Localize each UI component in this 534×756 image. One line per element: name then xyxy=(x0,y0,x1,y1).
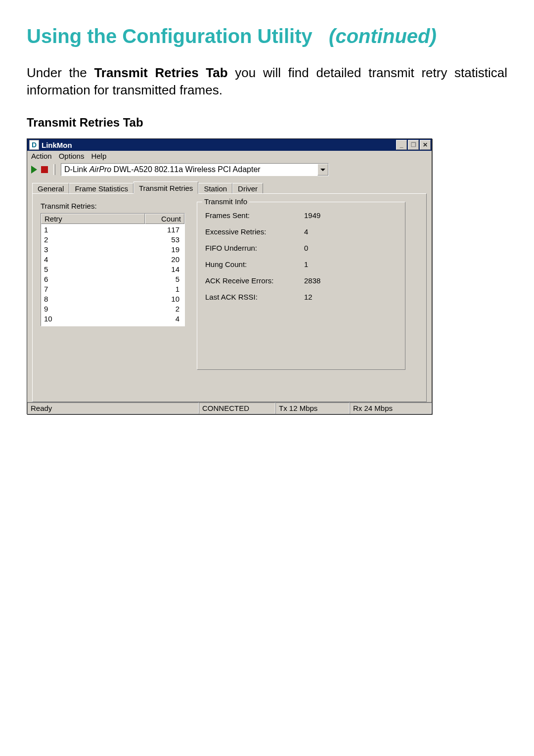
retry-cell: 8 xyxy=(41,294,146,304)
retries-rows: 1117253319420514657181092104 xyxy=(41,224,184,326)
retries-panel: Transmit Retries: Retry Count 1117253319… xyxy=(41,202,185,326)
table-row[interactable]: 253 xyxy=(41,235,184,245)
col-retry[interactable]: Retry xyxy=(41,214,145,224)
retry-cell: 1 xyxy=(41,225,146,235)
retries-label: Transmit Retries: xyxy=(41,202,185,210)
page-title: Using the Configuration Utility (continu… xyxy=(27,25,507,47)
ack-recv-err-label: ACK Receive Errors: xyxy=(205,276,304,285)
page-title-continued: (continued) xyxy=(329,25,437,47)
hung-count-label: Hung Count: xyxy=(205,260,304,268)
menubar: Action Options Help xyxy=(27,151,432,161)
ack-recv-err-value: 2838 xyxy=(304,276,354,285)
retries-list[interactable]: Retry Count 1117253319420514657181092104 xyxy=(41,213,185,326)
info-fifo-underrun: FIFO Underrun: 0 xyxy=(205,244,397,252)
count-cell: 10 xyxy=(146,294,185,304)
play-icon[interactable] xyxy=(31,166,37,174)
col-count[interactable]: Count xyxy=(145,214,184,224)
table-row[interactable]: 92 xyxy=(41,304,184,314)
info-ack-receive-errors: ACK Receive Errors: 2838 xyxy=(205,276,397,285)
transmit-info-legend: Transmit Info xyxy=(202,197,249,206)
tab-station[interactable]: Station xyxy=(198,183,232,194)
retry-cell: 9 xyxy=(41,304,146,314)
excessive-retries-label: Excessive Retries: xyxy=(205,227,304,236)
fifo-underrun-value: 0 xyxy=(304,244,354,252)
table-row[interactable]: 71 xyxy=(41,284,184,294)
transmit-info-rows: Frames Sent: 1949 Excessive Retries: 4 F… xyxy=(205,211,397,301)
tab-general[interactable]: General xyxy=(32,183,69,194)
intro-pre: Under the xyxy=(27,65,94,80)
last-ack-rssi-value: 12 xyxy=(304,293,354,301)
count-cell: 2 xyxy=(146,304,185,314)
count-cell: 117 xyxy=(146,225,185,235)
stop-icon[interactable] xyxy=(41,166,48,173)
tab-transmit-retries[interactable]: Transmit Retries xyxy=(134,181,198,194)
adapter-suffix: DWL-A520 802.11a Wireless PCI Adapter xyxy=(111,165,260,174)
titlebar: D LinkMon _ ❐ ✕ xyxy=(27,139,432,151)
retry-cell: 7 xyxy=(41,284,146,294)
restore-button[interactable]: ❐ xyxy=(408,140,419,150)
retry-cell: 4 xyxy=(41,255,146,265)
tab-control: General Frame Statistics Transmit Retrie… xyxy=(32,181,427,402)
menu-help[interactable]: Help xyxy=(91,152,106,160)
adapter-prefix: D-Link xyxy=(64,165,89,174)
linkmon-window: D LinkMon _ ❐ ✕ Action Options Help D-Li… xyxy=(27,138,432,414)
subheading: Transmit Retries Tab xyxy=(27,116,507,130)
table-row[interactable]: 420 xyxy=(41,255,184,265)
info-frames-sent: Frames Sent: 1949 xyxy=(205,211,397,220)
retry-cell: 10 xyxy=(41,314,146,324)
table-row[interactable]: 104 xyxy=(41,314,184,324)
retry-cell: 2 xyxy=(41,235,146,245)
close-button[interactable]: ✕ xyxy=(420,140,431,150)
retries-list-headers: Retry Count xyxy=(41,214,184,224)
adapter-italic: AirPro xyxy=(89,165,111,174)
table-row[interactable]: 319 xyxy=(41,245,184,255)
toolbar-separator xyxy=(53,164,55,175)
tab-driver[interactable]: Driver xyxy=(232,183,263,194)
frames-sent-value: 1949 xyxy=(304,211,354,220)
tab-frame-statistics[interactable]: Frame Statistics xyxy=(69,183,134,194)
table-row[interactable]: 810 xyxy=(41,294,184,304)
frames-sent-label: Frames Sent: xyxy=(205,211,304,220)
status-rx: Rx 24 Mbps xyxy=(350,402,432,414)
app-icon: D xyxy=(29,140,39,150)
minimize-button[interactable]: _ xyxy=(396,140,407,150)
count-cell: 20 xyxy=(146,255,185,265)
adapter-select[interactable]: D-Link AirPro DWL-A520 802.11a Wireless … xyxy=(61,163,329,176)
last-ack-rssi-label: Last ACK RSSI: xyxy=(205,293,304,301)
count-cell: 5 xyxy=(146,274,185,284)
table-row[interactable]: 514 xyxy=(41,265,184,274)
status-tx: Tx 12 Mbps xyxy=(275,402,350,414)
tab-body: Transmit Retries: Retry Count 1117253319… xyxy=(32,193,427,402)
table-row[interactable]: 65 xyxy=(41,274,184,284)
count-cell: 19 xyxy=(146,245,185,255)
statusbar: Ready CONNECTED Tx 12 Mbps Rx 24 Mbps xyxy=(27,402,432,414)
adapter-select-text: D-Link AirPro DWL-A520 802.11a Wireless … xyxy=(61,165,317,174)
count-cell: 1 xyxy=(146,284,185,294)
status-ready: Ready xyxy=(27,402,199,414)
window-title: LinkMon xyxy=(42,141,72,149)
count-cell: 14 xyxy=(146,265,185,274)
transmit-info-group: Transmit Info Frames Sent: 1949 Excessiv… xyxy=(197,202,405,370)
menu-action[interactable]: Action xyxy=(31,152,52,160)
hung-count-value: 1 xyxy=(304,260,354,268)
count-cell: 4 xyxy=(146,314,185,324)
adapter-dropdown-button[interactable] xyxy=(317,164,328,176)
chevron-down-icon xyxy=(320,169,325,171)
table-row[interactable]: 1117 xyxy=(41,225,184,235)
intro-paragraph: Under the Transmit Retries Tab you will … xyxy=(27,64,507,99)
retry-cell: 6 xyxy=(41,274,146,284)
tabs: General Frame Statistics Transmit Retrie… xyxy=(32,181,427,193)
count-cell: 53 xyxy=(146,235,185,245)
info-excessive-retries: Excessive Retries: 4 xyxy=(205,227,397,236)
fifo-underrun-label: FIFO Underrun: xyxy=(205,244,304,252)
retry-cell: 5 xyxy=(41,265,146,274)
menu-options[interactable]: Options xyxy=(59,152,85,160)
excessive-retries-value: 4 xyxy=(304,227,354,236)
page-title-main: Using the Configuration Utility xyxy=(27,25,312,47)
retry-cell: 3 xyxy=(41,245,146,255)
intro-bold: Transmit Retries Tab xyxy=(94,65,227,80)
status-connected: CONNECTED xyxy=(199,402,275,414)
info-hung-count: Hung Count: 1 xyxy=(205,260,397,268)
info-last-ack-rssi: Last ACK RSSI: 12 xyxy=(205,293,397,301)
toolbar: D-Link AirPro DWL-A520 802.11a Wireless … xyxy=(27,161,432,179)
